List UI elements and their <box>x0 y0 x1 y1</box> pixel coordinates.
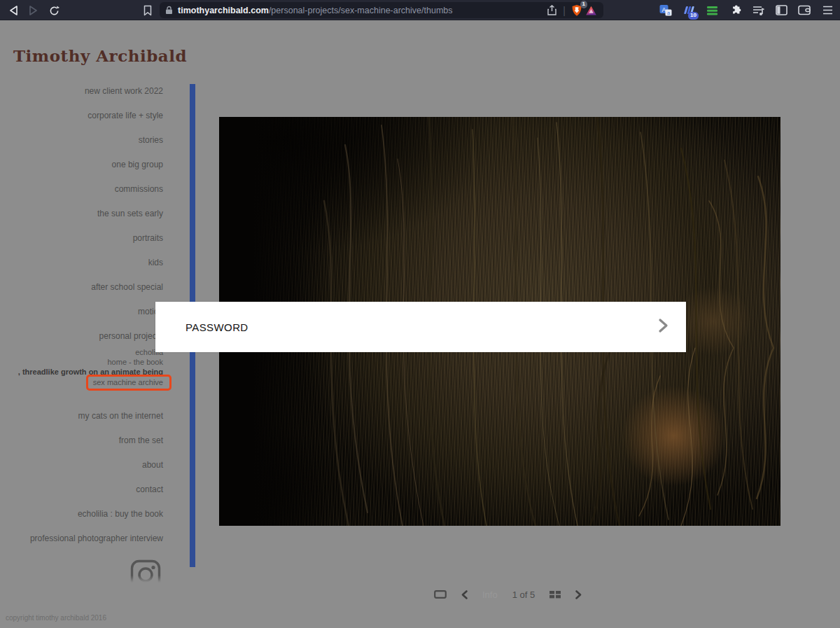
sidebar-item-professional-photographer-interview[interactable]: professional photographer interview <box>30 533 163 543</box>
playlist-extension-icon[interactable] <box>751 3 765 18</box>
sidebar-item-after-school-special[interactable]: after school special <box>91 282 163 292</box>
sidebar-item-new-client-work-2022[interactable]: new client work 2022 <box>85 86 163 96</box>
url-path: /personal-projects/sex-machine-archive/t… <box>269 6 453 15</box>
sidebar-item-about[interactable]: about <box>142 460 163 470</box>
extension-toolbar: Aa 10 <box>659 0 834 20</box>
menu-icon[interactable] <box>820 3 834 18</box>
gallery-pagination: Info 1 of 5 <box>434 587 582 601</box>
back-button[interactable] <box>6 3 21 18</box>
bookmark-icon[interactable] <box>140 3 155 18</box>
share-icon[interactable] <box>545 3 559 18</box>
copyright-text: copyright timothy archibald 2016 <box>6 614 106 622</box>
sidebar-item-the-sun-sets-early[interactable]: the sun sets early <box>97 209 163 218</box>
wallet-icon[interactable] <box>797 3 811 18</box>
green-lines-extension-icon[interactable] <box>705 3 719 18</box>
password-input[interactable] <box>186 321 606 333</box>
sidebar-item-stories[interactable]: stories <box>139 135 163 145</box>
previous-image-chevron-icon[interactable] <box>461 590 468 599</box>
waves-extension-icon[interactable]: 10 <box>682 3 696 18</box>
sidebar-item-threadlike-growth[interactable]: , threadlike growth on an animate being <box>18 368 163 376</box>
slideshow-icon[interactable] <box>434 590 447 599</box>
page-indicator: 1 of 5 <box>512 589 536 600</box>
brave-shield-icon[interactable]: 1 <box>570 3 584 18</box>
translate-extension-icon[interactable]: Aa <box>659 3 673 18</box>
sidebar-item-kids[interactable]: kids <box>148 258 163 267</box>
next-image-chevron-icon[interactable] <box>575 590 582 599</box>
sidebar-item-contact[interactable]: contact <box>136 484 163 494</box>
sidebar-item-sex-machine-archive[interactable]: sex machine archive <box>93 378 163 386</box>
sidebar-item-personal-projects[interactable]: personal projects <box>99 331 163 341</box>
page-title: Timothy Archibald <box>13 46 187 65</box>
sidebar-item-corporate-life-style[interactable]: corporate life + style <box>88 111 163 120</box>
url-domain: timothyarchibald.com <box>178 6 269 15</box>
waves-badge: 10 <box>688 12 699 20</box>
browser-chrome: timothyarchibald.com/personal-projects/s… <box>0 0 840 20</box>
info-button[interactable]: Info <box>482 589 498 600</box>
sidebar-item-portraits[interactable]: portraits <box>133 233 163 243</box>
sidebar-item-commissions[interactable]: commissions <box>115 184 163 194</box>
sidebar-item-one-big-group[interactable]: one big group <box>112 160 163 169</box>
password-bar <box>155 302 686 352</box>
thumbnail-grid-icon[interactable] <box>550 590 561 599</box>
url-bar[interactable]: timothyarchibald.com/personal-projects/s… <box>160 2 603 18</box>
forward-button[interactable] <box>25 3 41 18</box>
extensions-puzzle-icon[interactable] <box>728 3 742 18</box>
sidebar-item-home-the-book[interactable]: home - the book <box>108 358 164 366</box>
sidebar-panel-icon[interactable] <box>774 3 788 18</box>
sidebar-item-my-cats-on-the-internet[interactable]: my cats on the internet <box>78 411 163 421</box>
password-submit-chevron-icon[interactable] <box>657 317 668 337</box>
sidebar-item-echolilia-buy-the-book[interactable]: echolilia : buy the book <box>78 509 163 519</box>
sidebar-item-from-the-set[interactable]: from the set <box>119 435 163 445</box>
divider: | <box>563 5 566 16</box>
brave-logo-icon[interactable] <box>584 3 598 18</box>
lock-icon <box>165 6 173 15</box>
instagram-icon[interactable] <box>130 559 161 582</box>
reload-button[interactable] <box>46 3 62 18</box>
